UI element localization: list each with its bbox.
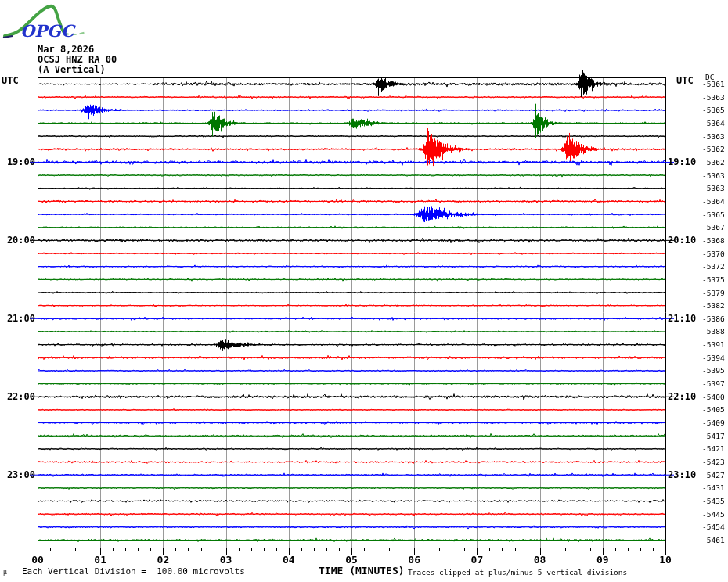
hour-label-right: 21:10 bbox=[668, 313, 696, 324]
x-tick-label: 02 bbox=[157, 554, 170, 566]
left-axis-title: UTC bbox=[2, 75, 19, 86]
dc-value: -5391 bbox=[702, 340, 725, 349]
microvolt-marker: µ bbox=[3, 569, 7, 576]
dc-value: -5363 bbox=[702, 184, 725, 192]
dc-value: -5363 bbox=[702, 171, 725, 179]
dc-value: -5431 bbox=[702, 483, 725, 492]
dc-value: -5427 bbox=[702, 470, 725, 479]
dc-value: -5388 bbox=[702, 327, 725, 336]
dc-value: -5395 bbox=[702, 366, 725, 375]
x-tick-label: 00 bbox=[31, 554, 44, 566]
hour-label-left: 19:00 bbox=[0, 156, 35, 167]
clip-note: Traces clipped at plus/minus 5 vertical … bbox=[408, 568, 627, 577]
x-tick-label: 05 bbox=[345, 554, 358, 566]
hour-label-left: 23:00 bbox=[0, 469, 35, 480]
dc-value: -5363 bbox=[702, 131, 725, 140]
dc-value: -5445 bbox=[702, 509, 725, 518]
hour-label-right: 23:10 bbox=[668, 469, 696, 480]
dc-value: -5368 bbox=[702, 235, 725, 244]
dc-value: -5363 bbox=[702, 92, 725, 101]
logo-text: OPGC bbox=[20, 21, 76, 41]
dc-value: -5421 bbox=[702, 444, 725, 453]
right-axis-title: UTC bbox=[676, 75, 694, 86]
dc-value: -5365 bbox=[702, 210, 725, 218]
dc-value: -5423 bbox=[702, 458, 725, 466]
dc-value: -5405 bbox=[702, 405, 725, 414]
hour-label-left: 21:00 bbox=[0, 313, 35, 324]
dc-value: -5461 bbox=[702, 535, 725, 544]
dc-value: -5394 bbox=[702, 353, 725, 361]
dc-value: -5409 bbox=[702, 419, 725, 427]
hour-label-right: 19:10 bbox=[668, 156, 696, 167]
dc-value: -5379 bbox=[702, 288, 725, 296]
dc-value: -5362 bbox=[702, 157, 725, 166]
x-tick-label: 10 bbox=[659, 554, 672, 566]
dc-value: -5364 bbox=[702, 118, 725, 127]
dc-value: -5372 bbox=[702, 262, 725, 271]
dc-value: -5400 bbox=[702, 392, 725, 401]
x-tick-label: 01 bbox=[94, 554, 106, 566]
seismogram-plot bbox=[0, 0, 728, 582]
dc-value: -5375 bbox=[702, 275, 725, 283]
x-tick-label: 07 bbox=[471, 554, 484, 566]
opgc-logo: OPGC bbox=[2, 2, 92, 42]
dc-value: -5370 bbox=[702, 249, 725, 257]
scale-note: Each Vertical Division = 100.00 microvol… bbox=[22, 566, 245, 577]
x-tick-label: 06 bbox=[408, 554, 420, 566]
title-component: (A Vertical) bbox=[38, 65, 106, 75]
x-tick-label: 09 bbox=[596, 554, 609, 566]
dc-value: -5364 bbox=[702, 196, 725, 205]
hour-label-right: 22:10 bbox=[668, 391, 696, 402]
dc-value: -5362 bbox=[702, 145, 725, 153]
x-axis-title: TIME (MINUTES) bbox=[319, 565, 405, 577]
dc-value: -5361 bbox=[702, 80, 725, 88]
x-tick-label: 03 bbox=[220, 554, 232, 566]
dc-value: -5435 bbox=[702, 497, 725, 505]
dc-value: -5367 bbox=[702, 223, 725, 232]
dc-value: -5454 bbox=[702, 523, 725, 531]
dc-value: -5382 bbox=[702, 301, 725, 310]
x-tick-label: 08 bbox=[534, 554, 546, 566]
hour-label-left: 22:00 bbox=[0, 391, 35, 402]
x-tick-label: 04 bbox=[283, 554, 295, 566]
dc-value: -5397 bbox=[702, 379, 725, 388]
helicorder-screen: OPGC Mar 8,2026 OCSJ HNZ RA 00 (A Vertic… bbox=[0, 0, 728, 582]
hour-label-right: 20:10 bbox=[668, 235, 696, 246]
dc-value: -5386 bbox=[702, 314, 725, 322]
hour-label-left: 20:00 bbox=[0, 235, 35, 246]
dc-value: -5365 bbox=[702, 106, 725, 114]
dc-value: -5417 bbox=[702, 431, 725, 440]
